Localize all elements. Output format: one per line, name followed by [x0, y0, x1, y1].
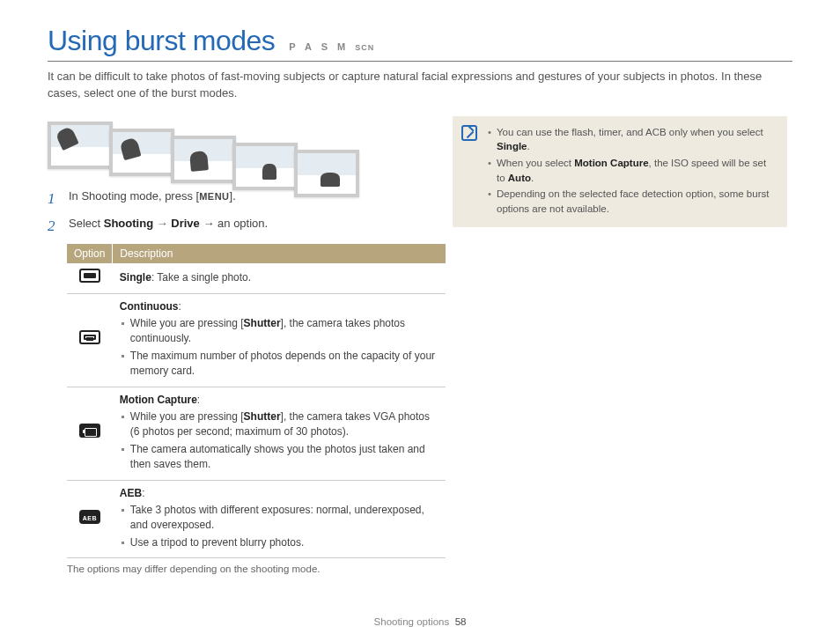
step-text: In Shooting mode, press [MENU]. [69, 188, 236, 210]
step-1-prefix: In Shooting mode, press [ [69, 189, 199, 203]
step-1: 1 In Shooting mode, press [MENU]. [48, 188, 426, 210]
footer-section: Shooting options [374, 616, 450, 627]
arrow-icon: → [153, 217, 171, 230]
row-tail: : [179, 300, 181, 313]
step-2-shooting: Shooting [104, 217, 153, 230]
aeb-icon [79, 510, 100, 524]
burst-frame [294, 150, 359, 197]
menu-button-label: MENU [199, 191, 229, 202]
page-number: 58 [455, 616, 467, 627]
mode-tag-m: M [337, 41, 349, 52]
table-header-desc: Description [113, 244, 446, 263]
row-title-aeb: AEB [120, 487, 142, 499]
options-table: Option Description Single: Take a single… [67, 244, 446, 558]
step-2-drive: Drive [171, 217, 200, 230]
mode-tag-scn: SCN [355, 43, 374, 52]
list-item: Use a tripod to prevent blurry photos. [120, 535, 438, 550]
step-2: 2 Select Shooting → Drive → an option. [48, 216, 426, 237]
page-footer: Shooting options 58 [0, 616, 840, 627]
list-item: The maximum number of photos depends on … [120, 349, 438, 380]
burst-illustration [48, 122, 426, 169]
burst-frame [232, 143, 298, 190]
row-tail: : Take a single photo. [151, 271, 251, 284]
burst-frame [171, 136, 236, 183]
table-row: Single: Take a single photo. [67, 263, 446, 293]
table-disclaimer: The options may differ depending on the … [67, 564, 426, 574]
step-number: 2 [48, 216, 60, 237]
note-icon [461, 125, 477, 141]
mode-tags: P A S M SCN [289, 41, 374, 52]
step-number: 1 [48, 188, 60, 210]
mode-tag-a: A [305, 41, 315, 52]
continuous-icon [79, 330, 100, 344]
list-item: When you select Motion Capture, the ISO … [488, 156, 775, 185]
table-row: Continuous: While you are pressing [Shut… [67, 293, 446, 387]
row-title-continuous: Continuous [120, 300, 179, 313]
step-2-prefix: Select [69, 217, 104, 230]
left-column: 1 In Shooting mode, press [MENU]. 2 Sele… [48, 116, 426, 574]
table-header-option: Option [67, 244, 113, 263]
intro-text: It can be difficult to take photos of fa… [48, 69, 792, 102]
single-icon [79, 269, 100, 283]
list-item: Take 3 photos with different exposures: … [120, 503, 438, 534]
motion-capture-icon [79, 424, 100, 438]
mode-tag-p: P [289, 41, 298, 52]
burst-frame [48, 122, 113, 169]
row-tail: : [197, 394, 200, 406]
row-title-single: Single [120, 271, 151, 284]
burst-frame [109, 129, 174, 176]
list-item: While you are pressing [Shutter], the ca… [120, 316, 438, 347]
mode-tag-s: S [321, 41, 331, 52]
list-item: The camera automatically shows you the p… [120, 442, 438, 473]
page-title: Using burst modes [48, 25, 275, 57]
step-text: Select Shooting → Drive → an option. [69, 216, 268, 237]
list-item: You can use the flash, timer, and ACB on… [488, 125, 775, 154]
table-row: Motion Capture: While you are pressing [… [67, 387, 446, 480]
note-box: You can use the flash, timer, and ACB on… [453, 116, 787, 227]
right-column: You can use the flash, timer, and ACB on… [453, 116, 787, 227]
list-item: While you are pressing [Shutter], the ca… [120, 409, 438, 440]
table-row: AEB: Take 3 photos with different exposu… [67, 480, 446, 558]
step-2-suffix: → an option. [200, 217, 268, 230]
row-title-motion: Motion Capture [120, 394, 197, 406]
step-1-suffix: ]. [230, 189, 236, 203]
title-row: Using burst modes P A S M SCN [48, 25, 792, 62]
list-item: Depending on the selected face detection… [488, 187, 775, 216]
row-tail: : [142, 487, 144, 499]
